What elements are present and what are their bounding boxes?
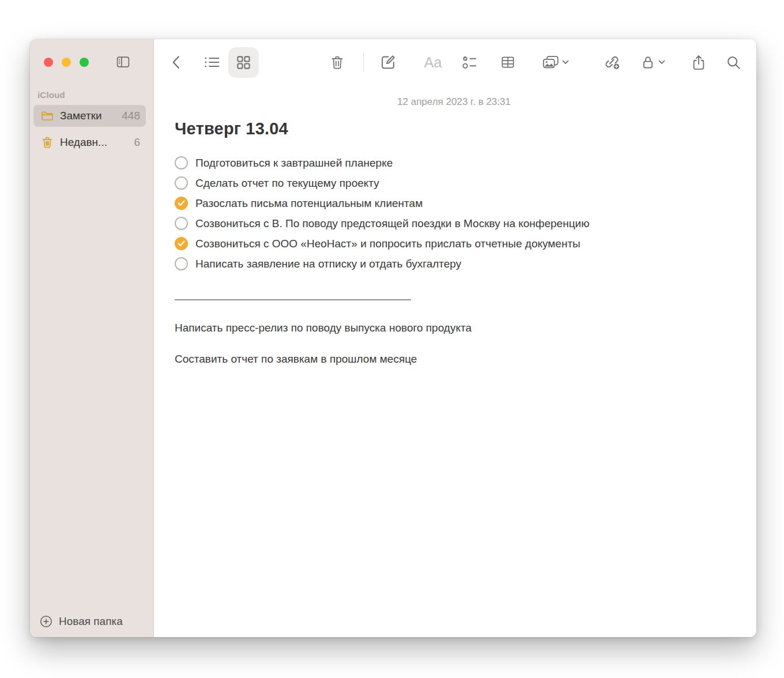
lock-button[interactable] (636, 52, 669, 72)
back-button[interactable] (165, 52, 186, 72)
sidebar-item-label: Заметки (60, 110, 122, 122)
media-button[interactable] (538, 52, 572, 72)
toolbar: Aa (154, 39, 756, 85)
checklist-item: Разослать письма потенциальным клиентам (175, 193, 733, 213)
close-window-button[interactable] (44, 58, 53, 67)
search-button[interactable] (723, 52, 744, 72)
share-button[interactable] (688, 52, 709, 72)
checklist-item-text: Подготовиться к завтрашней планерке (195, 156, 393, 170)
checklist-item-text: Разослать письма потенциальным клиентам (195, 196, 423, 210)
zoom-window-button[interactable] (80, 58, 89, 67)
format-aa-icon: Aa (424, 54, 442, 71)
new-note-button[interactable] (378, 52, 398, 72)
note-title: Четверг 13.04 (175, 118, 733, 139)
checklist-item: Написать заявление на отписку и отдать б… (175, 254, 733, 274)
sidebar-item-count: 448 (122, 110, 140, 122)
add-link-button[interactable] (602, 52, 623, 72)
sidebar-item-notes[interactable]: Заметки 448 (33, 105, 146, 127)
gallery-view-button[interactable] (233, 52, 254, 72)
checklist-item-text: Созвониться с ООО «НеоНаст» и попросить … (195, 236, 581, 251)
checkbox[interactable] (175, 197, 188, 210)
sidebar-section-label: iCloud (37, 90, 65, 100)
list-view-button[interactable] (201, 52, 222, 72)
checklist-item: Сделать отчет по текущему проекту (175, 173, 733, 193)
folder-icon (40, 109, 54, 123)
sidebar-folder-list: Заметки 448 Недавн... 6 (33, 105, 146, 158)
minimize-window-button[interactable] (62, 58, 71, 67)
checklist-item-text: Созвониться с В. По поводу предстоящей п… (195, 216, 589, 231)
table-button[interactable] (497, 52, 518, 72)
checklist-item: Созвониться с ООО «НеоНаст» и попросить … (175, 233, 733, 254)
note-paragraph: Составить отчет по заявкам в прошлом мес… (175, 352, 733, 367)
sidebar-item-recently-deleted[interactable]: Недавн... 6 (33, 131, 146, 153)
toolbar-divider (363, 53, 364, 71)
checklist-item: Подготовиться к завтрашней планерке (175, 153, 733, 173)
horizontal-rule (175, 299, 411, 300)
note-paragraph: Написать пресс-релиз по поводу выпуска н… (175, 321, 733, 336)
chevron-down-icon (658, 60, 665, 65)
delete-note-button[interactable] (327, 52, 348, 72)
lock-icon (640, 55, 655, 70)
checkbox[interactable] (175, 257, 188, 270)
trash-icon (40, 135, 54, 149)
sidebar-item-count: 6 (134, 136, 140, 149)
note-editor[interactable]: 12 апреля 2023 г. в 23:31 Четверг 13.04 … (154, 85, 756, 637)
checkbox[interactable] (175, 176, 188, 190)
photos-icon (542, 55, 559, 70)
note-pane: Aa (154, 39, 756, 637)
sidebar-toggle-icon[interactable] (114, 53, 132, 70)
sidebar: iCloud Заметки 448 (30, 39, 154, 637)
chevron-down-icon (562, 60, 569, 65)
checklist-item-text: Сделать отчет по текущему проекту (195, 176, 379, 190)
traffic-lights (44, 58, 89, 67)
checklist-button[interactable] (459, 52, 480, 72)
note-date: 12 апреля 2023 г. в 23:31 (175, 96, 733, 108)
new-folder-button[interactable]: Новая папка (39, 615, 123, 628)
checklist-item-text: Написать заявление на отписку и отдать б… (195, 257, 461, 271)
checklist-item: Созвониться с В. По поводу предстоящей п… (175, 213, 733, 233)
checkbox[interactable] (175, 156, 188, 170)
checkbox[interactable] (175, 217, 188, 230)
plus-circle-icon (39, 615, 53, 628)
notes-window: iCloud Заметки 448 (30, 39, 756, 637)
new-folder-label: Новая папка (59, 615, 123, 628)
checkbox[interactable] (175, 237, 188, 250)
sidebar-item-label: Недавн... (60, 136, 134, 149)
text-format-button[interactable]: Aa (423, 52, 443, 72)
checklist: Подготовиться к завтрашней планерке Сдел… (175, 153, 733, 274)
